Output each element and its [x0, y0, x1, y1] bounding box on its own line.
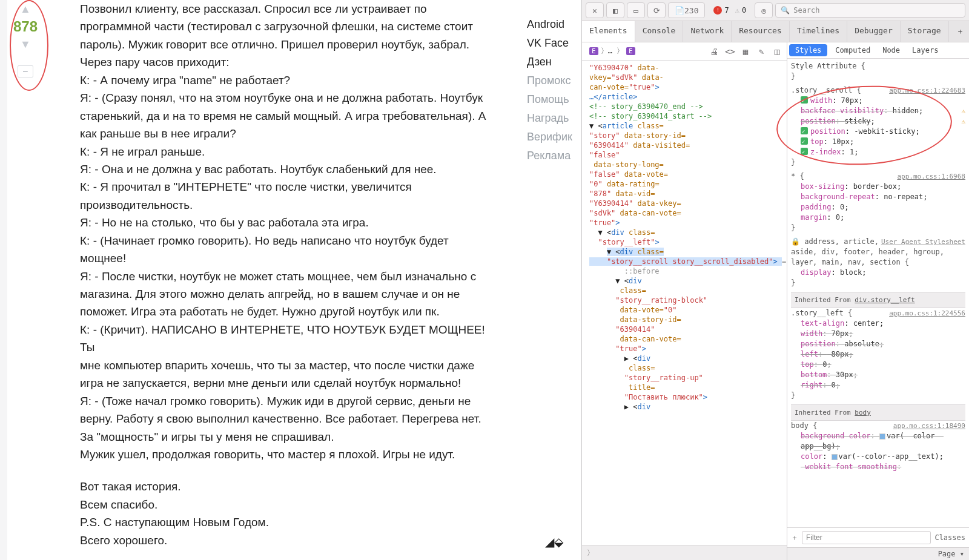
dock-bottom-icon[interactable]: ▭	[627, 2, 645, 18]
devtools-toolbar: ✕ ◧ ▭ ⟳ 📄 230 !7 ⚠0 ◎ 🔍Search	[582, 0, 969, 21]
devtools-panel: ✕ ◧ ▭ ⟳ 📄 230 !7 ⚠0 ◎ 🔍Search Elements C…	[581, 0, 969, 560]
classes-toggle[interactable]: Classes	[934, 533, 965, 542]
right-sidebar: Android VK Face Дзен Промокс Помощь Нагр…	[527, 0, 581, 560]
tab-add[interactable]: ＋	[949, 21, 969, 42]
warning-icon: ⚠	[735, 6, 739, 15]
sidebar-link[interactable]: Android	[527, 18, 581, 31]
upvote-arrow[interactable]: ▲	[20, 4, 31, 15]
breadcrumb[interactable]: E〉… 〉E	[587, 46, 638, 56]
search-input[interactable]: 🔍Search	[775, 3, 965, 18]
sidebar-link[interactable]: Реклама	[527, 150, 581, 162]
sidebar-link[interactable]: Наградь	[527, 112, 581, 125]
devtools-tabs: Elements Console Network Resources Timel…	[582, 21, 969, 42]
target-icon[interactable]: ◎	[755, 2, 773, 18]
styles-panel: Styles Computed Node Layers Style Attrib…	[787, 42, 969, 560]
dom-tree[interactable]: "Y6390470" data- vkey="sdVk" data- can-v…	[582, 61, 787, 545]
tab-computed[interactable]: Computed	[829, 42, 876, 58]
tab-elements[interactable]: Elements	[582, 21, 635, 42]
sidebar-link[interactable]: VK Face	[527, 37, 581, 50]
crumb-icon: E	[626, 47, 635, 55]
styles-tabs: Styles Computed Node Layers	[787, 42, 969, 59]
code-icon[interactable]: <>	[725, 47, 735, 56]
page-label[interactable]: Page ▾	[938, 550, 964, 558]
panel-toggle-icon[interactable]: ◫	[772, 47, 782, 56]
sidebar-link[interactable]: Верифик	[527, 131, 581, 143]
crumb-icon: E	[589, 47, 598, 55]
tab-styles[interactable]: Styles	[789, 44, 827, 56]
issue-counts: !7 ⚠0	[707, 6, 752, 15]
page-gutter	[0, 0, 7, 560]
console-drawer-toggle[interactable]: 〉	[582, 545, 787, 560]
filter-input[interactable]	[802, 531, 931, 544]
tab-layers[interactable]: Layers	[906, 42, 944, 58]
downvote-arrow[interactable]: ▼	[20, 39, 31, 50]
styles-rules[interactable]: Style Attribute {} app.mo.css:1:224683 .…	[787, 59, 969, 527]
tab-timelines[interactable]: Timelines	[790, 21, 847, 42]
warning-count[interactable]: ⚠0	[735, 6, 746, 15]
collapse-button[interactable]: –	[18, 65, 33, 77]
sidebar-link[interactable]: Дзен	[527, 56, 581, 68]
sidebar-link[interactable]: Промокс	[527, 74, 581, 87]
tab-debugger[interactable]: Debugger	[847, 21, 901, 42]
chevron-right-icon: 〉	[587, 548, 594, 558]
tab-console[interactable]: Console	[635, 21, 684, 42]
close-button[interactable]: ✕	[586, 2, 604, 18]
reload-icon[interactable]: ⟳	[647, 2, 666, 18]
add-rule-button[interactable]: ＋	[791, 533, 798, 543]
tab-resources[interactable]: Resources	[732, 21, 789, 42]
tab-network[interactable]: Network	[683, 21, 732, 42]
paint-bucket-icon[interactable]: ◢⬙	[545, 535, 563, 549]
vote-column: ▲ 878 ▼ –	[7, 0, 44, 560]
brush-icon[interactable]: ✎	[756, 47, 766, 56]
article-body: Позвонил клиенту, все рассказал. Спросил…	[44, 0, 527, 560]
sidebar-link[interactable]: Помощь	[527, 93, 581, 106]
error-icon: !	[713, 6, 722, 15]
search-icon: 🔍	[781, 6, 790, 15]
grid-icon[interactable]: ▦	[741, 47, 750, 56]
print-icon[interactable]: 🖨	[709, 47, 719, 56]
tab-storage[interactable]: Storage	[901, 21, 949, 42]
tab-node[interactable]: Node	[876, 42, 906, 58]
dock-left-icon[interactable]: ◧	[606, 2, 624, 18]
vote-count: 878	[13, 15, 38, 39]
error-count[interactable]: !7	[713, 6, 729, 15]
resource-count[interactable]: 📄 230	[668, 2, 705, 18]
